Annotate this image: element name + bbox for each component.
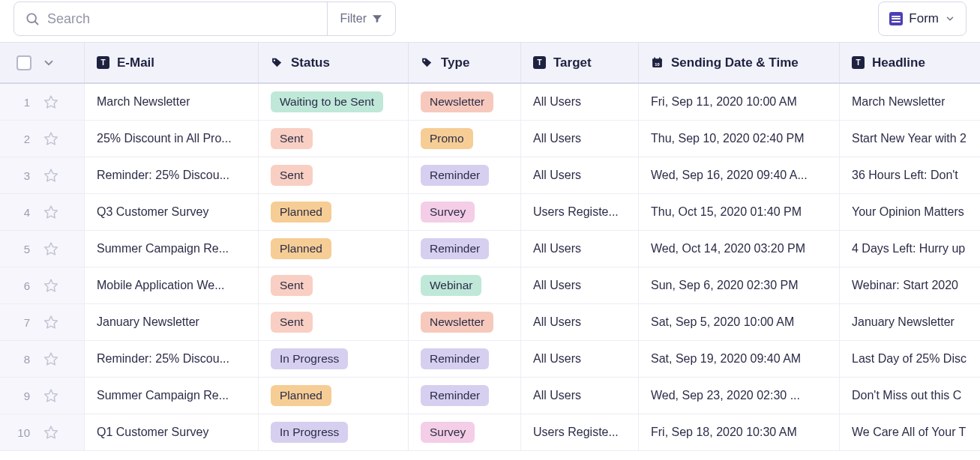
cell-type[interactable]: Webinar — [409, 267, 521, 303]
row-number: 1 — [16, 96, 30, 109]
cell-target[interactable]: Users Registe... — [521, 414, 639, 450]
cell-status[interactable]: Planned — [259, 231, 409, 267]
target-text: All Users — [533, 389, 581, 402]
header-target[interactable]: T Target — [521, 43, 639, 82]
cell-email[interactable]: Summer Campaign Re... — [85, 378, 259, 414]
cell-datetime[interactable]: Thu, Oct 15, 2020 01:40 PM — [639, 194, 840, 230]
header-email[interactable]: T E-Mail — [85, 43, 259, 82]
cell-headline[interactable]: 36 Hours Left: Don't — [840, 157, 980, 193]
select-all-checkbox[interactable] — [16, 55, 31, 70]
cell-datetime[interactable]: Wed, Oct 14, 2020 03:20 PM — [639, 231, 840, 267]
cell-email[interactable]: 25% Discount in All Pro... — [85, 121, 259, 157]
cell-email[interactable]: January Newsletter — [85, 304, 259, 340]
cell-status[interactable]: Sent — [259, 157, 409, 193]
svg-rect-7 — [659, 57, 661, 60]
cell-target[interactable]: All Users — [521, 231, 639, 267]
view-switcher-button[interactable]: Form — [878, 1, 967, 36]
cell-email[interactable]: March Newsletter — [85, 84, 259, 120]
cell-target[interactable]: All Users — [521, 157, 639, 193]
star-icon[interactable] — [43, 205, 58, 220]
header-headline[interactable]: T Headline — [840, 43, 980, 82]
cell-status[interactable]: Sent — [259, 121, 409, 157]
cell-email[interactable]: Q1 Customer Survey — [85, 414, 259, 450]
star-icon[interactable] — [43, 315, 58, 330]
cell-datetime[interactable]: Thu, Sep 10, 2020 02:40 PM — [639, 121, 840, 157]
header-status[interactable]: Status — [259, 43, 409, 82]
filter-button[interactable]: Filter — [327, 2, 395, 35]
cell-status[interactable]: In Progress — [259, 414, 409, 450]
star-icon[interactable] — [43, 131, 58, 146]
cell-email[interactable]: Reminder: 25% Discou... — [85, 341, 259, 377]
cell-headline[interactable]: 4 Days Left: Hurry up — [840, 231, 980, 267]
cell-status[interactable]: In Progress — [259, 341, 409, 377]
cell-target[interactable]: All Users — [521, 378, 639, 414]
cell-email[interactable]: Reminder: 25% Discou... — [85, 157, 259, 193]
expand-all-chevron-icon[interactable] — [42, 56, 55, 70]
row-number: 3 — [16, 169, 30, 182]
cell-status[interactable]: Sent — [259, 304, 409, 340]
table-row[interactable]: 3Reminder: 25% Discou...SentReminderAll … — [0, 157, 980, 194]
header-datetime[interactable]: 10 Sending Date & Time — [639, 43, 840, 82]
cell-headline[interactable]: March Newsletter — [840, 84, 980, 120]
cell-datetime[interactable]: Sat, Sep 5, 2020 10:00 AM — [639, 304, 840, 340]
cell-headline[interactable]: January Newsletter — [840, 304, 980, 340]
cell-headline[interactable]: We Care All of Your T — [840, 414, 980, 450]
cell-datetime[interactable]: Wed, Sep 16, 2020 09:40 A... — [639, 157, 840, 193]
cell-status[interactable]: Waiting to be Sent — [259, 84, 409, 120]
cell-target[interactable]: All Users — [521, 267, 639, 303]
cell-type[interactable]: Reminder — [409, 157, 521, 193]
cell-headline[interactable]: Your Opinion Matters — [840, 194, 980, 230]
cell-status[interactable]: Planned — [259, 194, 409, 230]
header-type[interactable]: Type — [409, 43, 521, 82]
star-icon[interactable] — [43, 168, 58, 183]
table-row[interactable]: 9Summer Campaign Re...PlannedReminderAll… — [0, 378, 980, 414]
table-row[interactable]: 1March NewsletterWaiting to be SentNewsl… — [0, 84, 980, 121]
cell-email[interactable]: Q3 Customer Survey — [85, 194, 259, 230]
cell-type[interactable]: Newsletter — [409, 304, 521, 340]
row-index-cell: 9 — [0, 378, 85, 414]
cell-datetime[interactable]: Sat, Sep 19, 2020 09:40 AM — [639, 341, 840, 377]
star-icon[interactable] — [43, 278, 58, 293]
cell-type[interactable]: Survey — [409, 194, 521, 230]
cell-type[interactable]: Promo — [409, 121, 521, 157]
table-row[interactable]: 10Q1 Customer SurveyIn ProgressSurveyUse… — [0, 414, 980, 451]
star-icon[interactable] — [43, 94, 58, 109]
table-row[interactable]: 225% Discount in All Pro...SentPromoAll … — [0, 121, 980, 157]
table-row[interactable]: 8Reminder: 25% Discou...In ProgressRemin… — [0, 341, 980, 378]
form-view-icon — [889, 12, 903, 25]
cell-target[interactable]: All Users — [521, 341, 639, 377]
cell-email[interactable]: Mobile Application We... — [85, 267, 259, 303]
search-input[interactable] — [47, 11, 316, 27]
cell-headline[interactable]: Last Day of 25% Disc — [840, 341, 980, 377]
cell-target[interactable]: All Users — [521, 84, 639, 120]
star-icon[interactable] — [43, 425, 58, 440]
cell-type[interactable]: Newsletter — [409, 84, 521, 120]
cell-datetime[interactable]: Fri, Sep 18, 2020 10:30 AM — [639, 414, 840, 450]
cell-datetime[interactable]: Sun, Sep 6, 2020 02:30 PM — [639, 267, 840, 303]
cell-datetime[interactable]: Fri, Sep 11, 2020 10:00 AM — [639, 84, 840, 120]
cell-type[interactable]: Reminder — [409, 231, 521, 267]
star-icon[interactable] — [43, 241, 58, 256]
table-row[interactable]: 4Q3 Customer SurveyPlannedSurveyUsers Re… — [0, 194, 980, 231]
table-row[interactable]: 6Mobile Application We...SentWebinarAll … — [0, 267, 980, 304]
star-icon[interactable] — [43, 351, 58, 366]
cell-headline[interactable]: Start New Year with 2 — [840, 121, 980, 157]
cell-status[interactable]: Planned — [259, 378, 409, 414]
cell-type[interactable]: Reminder — [409, 341, 521, 377]
cell-target[interactable]: Users Registe... — [521, 194, 639, 230]
star-icon[interactable] — [43, 388, 58, 403]
table-row[interactable]: 7January NewsletterSentNewsletterAll Use… — [0, 304, 980, 341]
cell-type[interactable]: Survey — [409, 414, 521, 450]
text-column-icon: T — [97, 56, 109, 69]
cell-target[interactable]: All Users — [521, 304, 639, 340]
search-box[interactable] — [14, 2, 327, 35]
cell-email[interactable]: Summer Campaign Re... — [85, 231, 259, 267]
cell-target[interactable]: All Users — [521, 121, 639, 157]
cell-status[interactable]: Sent — [259, 267, 409, 303]
cell-type[interactable]: Reminder — [409, 378, 521, 414]
table-row[interactable]: 5Summer Campaign Re...PlannedReminderAll… — [0, 231, 980, 267]
cell-datetime[interactable]: Wed, Sep 23, 2020 02:30 ... — [639, 378, 840, 414]
svg-marker-18 — [45, 426, 58, 438]
cell-headline[interactable]: Don't Miss out this C — [840, 378, 980, 414]
cell-headline[interactable]: Webinar: Start 2020 — [840, 267, 980, 303]
